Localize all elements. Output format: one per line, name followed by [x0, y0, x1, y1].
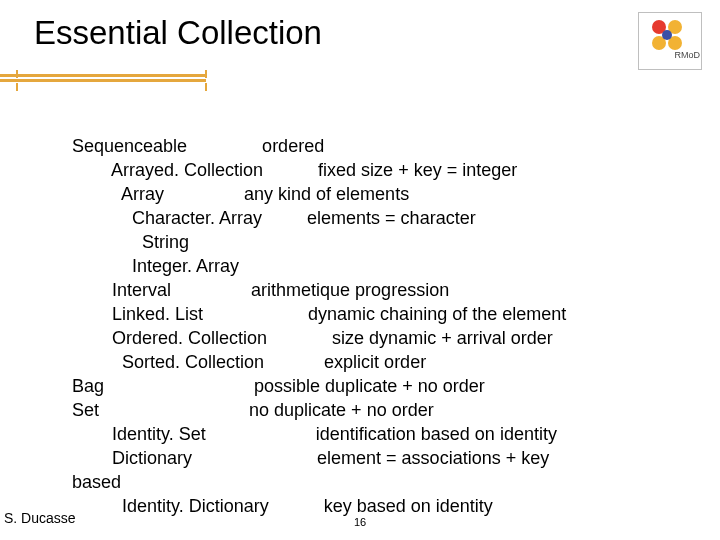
rule-tick [205, 83, 207, 91]
title-rule-upper [0, 74, 206, 77]
rule-tick [205, 70, 207, 78]
title-rule-lower [0, 79, 206, 82]
page-title: Essential Collection [34, 14, 720, 52]
footer-page-number: 16 [354, 516, 366, 528]
rule-tick [16, 83, 18, 91]
svg-point-4 [662, 30, 672, 40]
rule-tick [16, 70, 18, 78]
logo-label: RMoD [674, 50, 700, 60]
slide-body-text: Sequenceable ordered Arrayed. Collection… [72, 134, 566, 518]
footer-author: S. Ducasse [4, 510, 76, 526]
rmod-logo [638, 12, 702, 70]
